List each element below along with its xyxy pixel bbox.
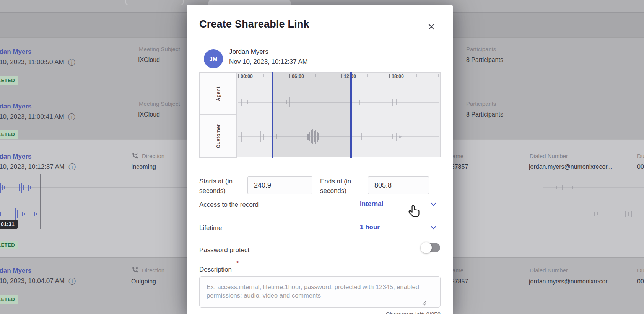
description-label: Description [199, 265, 232, 275]
info-icon[interactable]: ⓘ [68, 163, 76, 171]
info-icon[interactable]: ⓘ [68, 278, 76, 285]
column-header: Direction [142, 153, 164, 159]
column-header: Dialed Number [530, 153, 568, 159]
create-shareable-link-modal: Create Shareable Link JM Jordan Myers No… [187, 5, 453, 314]
caller-name-link[interactable]: Jordan Myers [0, 103, 32, 110]
column-header: Dialed Number [530, 267, 568, 274]
column-header: Participants [466, 46, 496, 52]
column-value: IXCloud [138, 57, 160, 63]
resize-handle-icon[interactable] [421, 301, 426, 306]
playback-time-tooltip: 01:31 [0, 220, 18, 229]
access-dropdown[interactable]: Internal [360, 200, 383, 208]
password-protect-label: Password protect [199, 246, 249, 255]
caller-name-link[interactable]: Jordan Myers [0, 153, 32, 160]
record-owner-name: Jordan Myers [229, 48, 268, 56]
column-header: Meeting Subject [139, 100, 180, 107]
column-value: IXCloud [138, 111, 160, 118]
status-badge: COMPLETED [0, 241, 18, 249]
time-tick-label: 00:00 [241, 74, 253, 79]
close-icon[interactable] [427, 23, 436, 31]
column-value: jordan.myers@numonixrecor... [529, 163, 612, 170]
avatar: JM [204, 49, 223, 68]
call-waveform-tail [528, 171, 644, 240]
record-timestamp: Nov 10, 2023, 10:12:37 AM [229, 58, 308, 66]
customer-track-label: Customer [215, 124, 221, 148]
column-value: 8 Participants [466, 111, 503, 118]
starts-at-label: Starts at (in seconds) [199, 177, 245, 196]
mouse-cursor-hand [408, 204, 422, 220]
starts-at-input[interactable] [247, 176, 312, 194]
status-badge: COMPLETED [0, 295, 18, 304]
password-protect-toggle[interactable] [422, 243, 440, 252]
caller-name-link[interactable]: Jordan Myers [0, 267, 32, 275]
selection-end-handle[interactable] [350, 72, 352, 158]
characters-left-counter: Characters left: 0/250 [351, 311, 441, 314]
required-asterisk: * [236, 260, 239, 267]
agent-track-label-cell: Agent [199, 72, 237, 115]
column-header: Meeting Subject [139, 46, 180, 52]
ends-at-label: Ends at (in seconds) [320, 177, 362, 196]
customer-track-label-cell: Customer [199, 114, 237, 158]
status-badge: COMPLETED [0, 130, 18, 139]
record-datetime: Nov 10, 2023, 11:00:41 AM [0, 113, 64, 121]
column-value: 8 Participants [466, 57, 503, 63]
description-textarea[interactable] [199, 276, 441, 308]
record-datetime: Nov 10, 2023, 10:04:07 AM [0, 277, 65, 285]
background-tab-ghost [208, 0, 291, 5]
column-value: Outgoing [131, 278, 156, 285]
chevron-down-icon[interactable] [431, 226, 436, 230]
column-value: Incoming [131, 163, 156, 170]
column-value: 00 [637, 163, 644, 170]
column-header: Participants [466, 100, 496, 107]
column-header: Duration [637, 267, 644, 274]
lifetime-dropdown[interactable]: 1 hour [360, 223, 380, 231]
phone-direction-icon [131, 152, 139, 160]
call-waveform[interactable] [0, 171, 187, 240]
waveform-timeline[interactable]: 00:00 06:00 12:00 18:00 [236, 72, 441, 157]
selection-start-handle[interactable] [272, 72, 273, 158]
modal-title: Create Shareable Link [199, 18, 309, 30]
phone-direction-icon [131, 266, 139, 274]
column-value: jordan.myers@numonixrecor... [529, 278, 612, 285]
info-icon[interactable]: ⓘ [68, 59, 75, 66]
info-icon[interactable]: ⓘ [68, 113, 75, 121]
agent-track-label: Agent [215, 86, 221, 101]
access-label: Access to the record [199, 200, 259, 210]
column-header: Direction [142, 267, 164, 274]
column-header: Duration [637, 153, 644, 159]
status-badge: COMPLETED [0, 76, 18, 85]
toggle-knob [421, 242, 432, 253]
selection-region [272, 73, 351, 157]
column-value: 00 [637, 278, 644, 285]
ends-at-input[interactable] [368, 176, 429, 194]
record-datetime: Nov 10, 2023, 10:12:37 AM [0, 163, 65, 171]
chevron-down-icon[interactable] [431, 202, 436, 206]
app-screen: Jordan Myers Nov 10, 2023, 11:00:50 AM ⓘ… [0, 0, 644, 314]
caller-name-link[interactable]: Jordan Myers [0, 48, 32, 56]
time-tick-label: 18:00 [392, 74, 404, 79]
background-button-ghost [125, 0, 184, 5]
record-datetime: Nov 10, 2023, 11:00:50 AM [0, 58, 64, 66]
lifetime-label: Lifetime [199, 223, 222, 233]
